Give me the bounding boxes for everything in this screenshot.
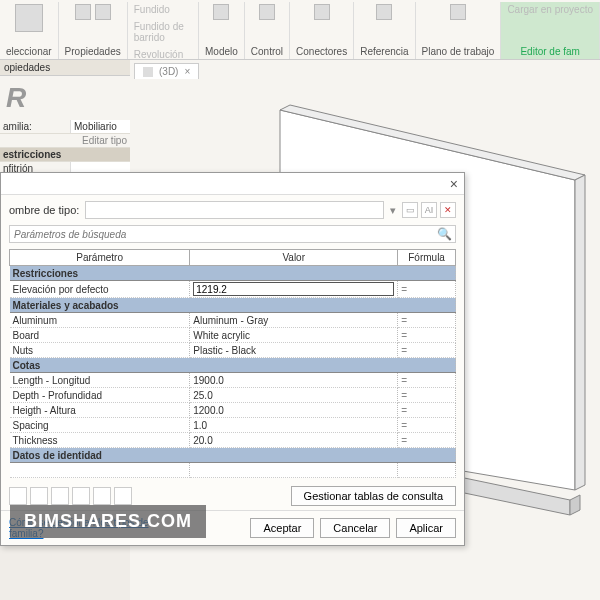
dialog-close-icon[interactable]: × [450, 176, 458, 192]
edit-type-button[interactable]: Editar tipo [0, 134, 130, 147]
table-row: Thickness20.0= [10, 433, 456, 448]
search-input[interactable] [9, 225, 456, 243]
family-value[interactable]: Mobiliario [70, 120, 130, 133]
tool-icon[interactable] [51, 487, 69, 505]
apply-button[interactable]: Aplicar [396, 518, 456, 538]
faded-revolucion: Revolución [134, 49, 183, 60]
table-row [10, 463, 456, 478]
revit-logo: R [0, 76, 130, 120]
doc-tab-3d[interactable]: (3D) × [134, 63, 199, 79]
faded-fundido: Fundido [134, 4, 170, 15]
ribbon-label-model: Modelo [205, 46, 238, 59]
table-row: Length - Longitud1900.0= [10, 373, 456, 388]
tool-icon[interactable] [114, 487, 132, 505]
dialog-titlebar[interactable]: × [1, 173, 464, 195]
table-row: Depth - Profundidad25.0= [10, 388, 456, 403]
tool-icon[interactable] [30, 487, 48, 505]
ribbon-group-forms[interactable]: Fundido Fundido de barrido Revolución Fo… [128, 2, 199, 59]
table-header-row: Parámetro Valor Fórmula [10, 250, 456, 266]
ribbon-group-model[interactable]: Modelo [199, 2, 245, 59]
control-icon [259, 4, 275, 20]
table-row: BoardWhite acrylic= [10, 328, 456, 343]
ribbon: eleccionar Propiedades Fundido Fundido d… [0, 0, 600, 60]
close-icon[interactable]: × [184, 66, 190, 77]
ribbon-group-select[interactable]: eleccionar [0, 2, 59, 59]
section-identity[interactable]: Datos de identidad [10, 448, 456, 463]
tool-icon[interactable] [72, 487, 90, 505]
ribbon-group-control[interactable]: Control [245, 2, 290, 59]
properties-title: opiedades [0, 60, 130, 76]
prop-icon-2 [95, 4, 111, 20]
parameters-table: Parámetro Valor Fórmula Restricciones El… [9, 249, 456, 478]
table-row: Elevación por defecto = [10, 281, 456, 298]
ribbon-label-control: Control [251, 46, 283, 59]
ok-button[interactable]: Aceptar [250, 518, 314, 538]
new-type-icon[interactable]: ▭ [402, 202, 418, 218]
family-label: amilia: [0, 120, 70, 133]
svg-marker-2 [575, 175, 585, 490]
ribbon-group-properties[interactable]: Propiedades [59, 2, 128, 59]
reference-icon [376, 4, 392, 20]
search-icon[interactable]: 🔍 [437, 227, 452, 241]
props-section-constraints: estricciones [0, 148, 130, 161]
select-icon [15, 4, 43, 32]
ribbon-label-workplane: Plano de trabajo [422, 46, 495, 59]
elev-input[interactable] [193, 282, 394, 296]
prop-icon [75, 4, 91, 20]
formula-cell[interactable]: = [398, 281, 456, 298]
ribbon-label-select: eleccionar [6, 46, 52, 59]
rename-type-icon[interactable]: AI [421, 202, 437, 218]
watermark: BIMSHARES.COM [10, 505, 206, 538]
ribbon-group-connectors[interactable]: Conectores [290, 2, 354, 59]
section-dims[interactable]: Cotas [10, 358, 456, 373]
table-row: Spacing1.0= [10, 418, 456, 433]
section-materials[interactable]: Materiales y acabados [10, 298, 456, 313]
search-params: 🔍 [9, 225, 456, 243]
table-row: AluminumAluminum - Gray= [10, 313, 456, 328]
section-constraints[interactable]: Restricciones [10, 266, 456, 281]
svg-marker-4 [570, 495, 580, 515]
type-name-input[interactable] [85, 201, 384, 219]
doc-tab-label: (3D) [159, 66, 178, 77]
cancel-button[interactable]: Cancelar [320, 518, 390, 538]
ribbon-group-workplane[interactable]: Plano de trabajo [416, 2, 502, 59]
cube-icon [143, 67, 153, 77]
table-row: Heigth - Altura1200.0= [10, 403, 456, 418]
faded-cargar: Cargar en proyecto [507, 4, 593, 15]
lookup-tables-button[interactable]: Gestionar tablas de consulta [291, 486, 456, 506]
faded-barrido: Fundido de barrido [134, 21, 192, 43]
col-formula[interactable]: Fórmula [398, 250, 456, 266]
table-row: NutsPlastic - Black= [10, 343, 456, 358]
document-tabs: (3D) × [130, 60, 199, 82]
delete-type-icon[interactable]: ✕ [440, 202, 456, 218]
tool-icon[interactable] [9, 487, 27, 505]
connectors-icon [314, 4, 330, 20]
ribbon-label-editor: Editor de fam [520, 46, 579, 59]
col-param[interactable]: Parámetro [10, 250, 190, 266]
ribbon-label-reference: Referencia [360, 46, 408, 59]
col-value[interactable]: Valor [190, 250, 398, 266]
model-icon [213, 4, 229, 20]
family-types-dialog: × ombre de tipo: ▾ ▭ AI ✕ 🔍 Parámetro Va… [0, 172, 465, 546]
param-elev[interactable]: Elevación por defecto [10, 281, 190, 298]
ribbon-label-properties: Propiedades [65, 46, 121, 59]
tool-icon[interactable] [93, 487, 111, 505]
workplane-icon [450, 4, 466, 20]
ribbon-group-reference[interactable]: Referencia [354, 2, 415, 59]
ribbon-label-connectors: Conectores [296, 46, 347, 59]
ribbon-group-editor[interactable]: Cargar en proyecto Editor de fam [501, 2, 600, 59]
type-name-label: ombre de tipo: [9, 204, 79, 216]
